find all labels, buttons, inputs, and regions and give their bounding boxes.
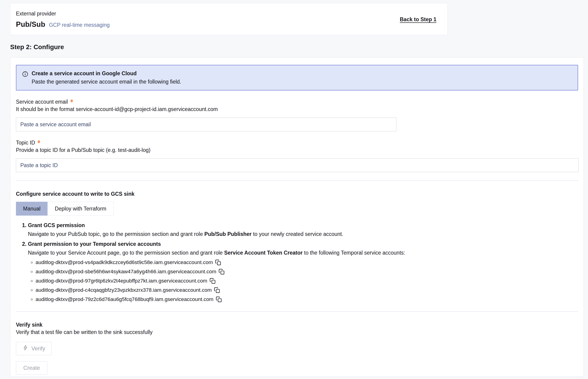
service-account-email: auditlog-dktxv@prod-c4cqaqgbfzy23vpzkbxz… (35, 287, 212, 293)
list-item: Grant GCS permission Navigate to your Pu… (28, 221, 578, 238)
provider-info: External provider Pub/Sub GCP real-time … (16, 11, 110, 29)
topic-id-label: Topic ID (16, 140, 578, 146)
list-item: auditlog-dktxv@prod-97gr6tp6zkv2t4epubff… (35, 277, 578, 284)
section-divider (16, 180, 578, 181)
required-indicator (70, 99, 73, 102)
role-name: Pub/Sub Publisher (204, 231, 251, 237)
page-title: Step 2: Configure (10, 43, 588, 51)
step-2-body: Navigate to your Service Account page, g… (28, 249, 578, 257)
service-account-email-helper: It should be in the format service-accou… (16, 106, 578, 112)
lightning-bolt-icon (22, 345, 28, 352)
copy-icon[interactable] (216, 296, 222, 303)
info-icon (22, 71, 28, 79)
verify-sink-helper: Verify that a test file can be written t… (16, 329, 578, 335)
service-account-email: auditlog-dktxv@prod-sbe56h6wr4sykaw47a6y… (35, 269, 216, 274)
tab-manual[interactable]: Manual (16, 202, 47, 216)
configure-section-title: Configure service account to write to GC… (16, 191, 578, 197)
service-account-email-label: Service account email (16, 99, 578, 105)
verify-button[interactable]: Verify (16, 342, 52, 355)
topic-id-helper: Provide a topic ID for a Pub/Sub topic (… (16, 147, 578, 153)
copy-icon[interactable] (215, 259, 221, 266)
provider-name: Pub/Sub (16, 20, 45, 29)
list-item: Grant permission to your Temporal servic… (28, 240, 578, 303)
service-account-email: auditlog-dktxv@prod-79z2c6d76au6g5fcq768… (35, 296, 214, 302)
provider-subtitle: GCP real-time messaging (49, 22, 110, 28)
list-item: auditlog-dktxv@prod-vs4padk9dkczcey6d6st… (35, 259, 578, 266)
step-1-title: Grant GCS permission (28, 221, 578, 229)
alert-body: Paste the generated service account emai… (32, 79, 181, 85)
create-button[interactable]: Create (16, 361, 47, 375)
list-item: auditlog-dktxv@prod-sbe56h6wr4sykaw47a6y… (35, 268, 578, 275)
service-account-email: auditlog-dktxv@prod-97gr6tp6zkv2t4epubff… (35, 278, 207, 284)
manual-steps-list: Grant GCS permission Navigate to your Pu… (16, 221, 578, 303)
copy-icon[interactable] (210, 278, 216, 284)
config-method-tabs: Manual Deploy with Terraform (16, 202, 578, 216)
back-to-step-1-link[interactable]: Back to Step 1 (400, 16, 437, 23)
alert-title: Create a service account in Google Cloud (32, 70, 181, 77)
list-item: auditlog-dktxv@prod-79z2c6d76au6g5fcq768… (35, 296, 578, 303)
configure-card: Create a service account in Google Cloud… (10, 57, 584, 377)
tab-deploy-with-terraform[interactable]: Deploy with Terraform (47, 202, 113, 216)
verify-sink-title: Verify sink (16, 322, 578, 328)
step-1-body: Navigate to your PubSub topic, go to the… (28, 230, 578, 238)
create-button-label: Create (23, 365, 40, 371)
service-accounts-list: auditlog-dktxv@prod-vs4padk9dkczcey6d6st… (28, 259, 578, 303)
list-item: auditlog-dktxv@prod-c4cqaqgbfzy23vpzkbxz… (35, 287, 578, 294)
info-alert: Create a service account in Google Cloud… (16, 65, 578, 91)
provider-card-label: External provider (16, 11, 110, 17)
copy-icon[interactable] (218, 269, 225, 275)
verify-button-label: Verify (31, 345, 45, 352)
section-divider (16, 311, 578, 312)
step-2-title: Grant permission to your Temporal servic… (28, 240, 578, 248)
role-name: Service Account Token Creator (224, 250, 303, 256)
topic-id-input[interactable] (16, 158, 579, 172)
copy-icon[interactable] (214, 287, 220, 294)
provider-summary-card: External provider Pub/Sub GCP real-time … (10, 3, 448, 35)
service-account-email: auditlog-dktxv@prod-vs4padk9dkczcey6d6st… (35, 259, 213, 265)
service-account-email-input[interactable] (16, 117, 396, 131)
required-indicator (38, 140, 40, 143)
